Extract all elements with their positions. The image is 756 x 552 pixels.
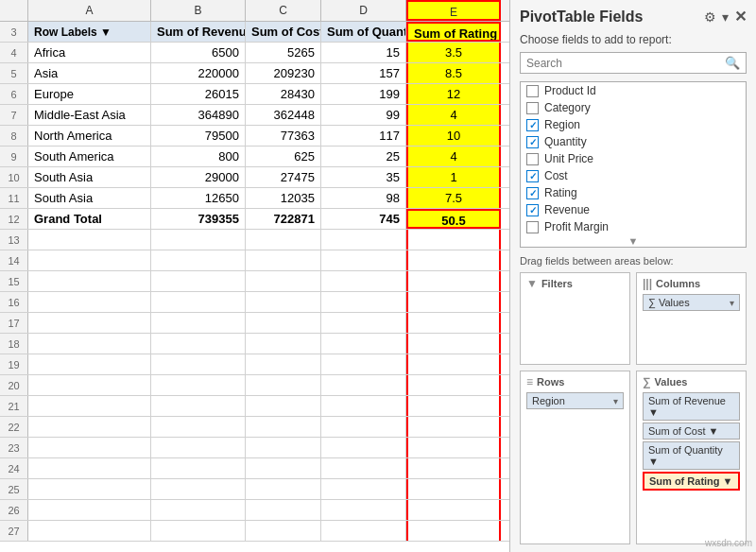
field-checkbox[interactable] xyxy=(526,136,539,148)
empty-cell[interactable] xyxy=(321,500,406,520)
empty-cell[interactable] xyxy=(321,438,406,457)
cell-c[interactable]: 77363 xyxy=(246,126,321,146)
cell-c[interactable]: 5265 xyxy=(246,43,321,62)
col-header-a[interactable]: A xyxy=(28,0,151,21)
values-item[interactable]: Sum of Cost ▼ xyxy=(643,423,740,440)
field-checkbox[interactable] xyxy=(526,204,539,216)
cell-d[interactable]: 117 xyxy=(321,126,406,146)
cell-e[interactable]: 4 xyxy=(406,147,501,166)
cell-b[interactable]: 79500 xyxy=(151,126,246,146)
empty-cell[interactable] xyxy=(321,354,406,374)
cell-b[interactable]: 12650 xyxy=(151,188,246,208)
cell-d[interactable]: 35 xyxy=(321,167,406,187)
empty-cell[interactable] xyxy=(321,250,406,270)
empty-cell[interactable] xyxy=(321,417,406,437)
field-checkbox[interactable] xyxy=(526,119,539,131)
cell-e[interactable]: 7.5 xyxy=(406,188,501,208)
empty-cell[interactable] xyxy=(406,271,501,291)
empty-cell[interactable] xyxy=(28,500,151,520)
empty-cell[interactable] xyxy=(321,230,406,250)
cell-d[interactable]: 99 xyxy=(321,105,406,125)
empty-cell[interactable] xyxy=(28,354,151,374)
empty-cell[interactable] xyxy=(28,438,151,457)
field-checkbox[interactable] xyxy=(526,187,539,199)
cell-c[interactable]: 209230 xyxy=(246,63,321,83)
empty-cell[interactable] xyxy=(28,479,151,499)
empty-cell[interactable] xyxy=(151,396,246,416)
cell-e[interactable]: 12 xyxy=(406,84,501,104)
col-header-b[interactable]: B xyxy=(151,0,246,21)
empty-cell[interactable] xyxy=(151,417,246,437)
field-item[interactable]: Category xyxy=(521,99,746,116)
empty-cell[interactable] xyxy=(246,521,321,541)
close-icon[interactable]: ✕ xyxy=(734,8,747,26)
cell-d[interactable]: 15 xyxy=(321,43,406,62)
field-item[interactable]: Revenue xyxy=(521,201,746,218)
empty-cell[interactable] xyxy=(406,396,501,416)
empty-cell[interactable] xyxy=(246,479,321,499)
search-input[interactable] xyxy=(526,57,725,70)
cell-b[interactable]: 29000 xyxy=(151,167,246,187)
columns-item[interactable]: ∑ Values ▾ xyxy=(643,294,740,311)
cell-b[interactable]: 739355 xyxy=(151,209,246,229)
cell-e[interactable]: Sum of Rating xyxy=(406,22,501,42)
empty-cell[interactable] xyxy=(28,271,151,291)
empty-cell[interactable] xyxy=(246,396,321,416)
cell-a[interactable]: Middle-East Asia xyxy=(28,105,151,125)
cell-d[interactable]: 98 xyxy=(321,188,406,208)
cell-e[interactable]: 4 xyxy=(406,105,501,125)
empty-cell[interactable] xyxy=(406,521,501,541)
field-item[interactable]: Profit Margin xyxy=(521,218,746,235)
cell-a[interactable]: Asia xyxy=(28,63,151,83)
empty-cell[interactable] xyxy=(28,375,151,395)
empty-cell[interactable] xyxy=(151,521,246,541)
cell-b[interactable]: Sum of Revenue xyxy=(151,22,246,42)
col-header-c[interactable]: C xyxy=(246,0,321,21)
cell-b[interactable]: 220000 xyxy=(151,63,246,83)
empty-cell[interactable] xyxy=(321,271,406,291)
empty-cell[interactable] xyxy=(28,292,151,312)
cell-c[interactable]: 362448 xyxy=(246,105,321,125)
cell-a[interactable]: North America xyxy=(28,126,151,146)
field-checkbox[interactable] xyxy=(526,170,539,182)
empty-cell[interactable] xyxy=(151,500,246,520)
cell-d[interactable]: 199 xyxy=(321,84,406,104)
empty-cell[interactable] xyxy=(406,458,501,478)
empty-cell[interactable] xyxy=(321,313,406,333)
empty-cell[interactable] xyxy=(151,375,246,395)
empty-cell[interactable] xyxy=(246,250,321,270)
empty-cell[interactable] xyxy=(151,334,246,354)
empty-cell[interactable] xyxy=(151,313,246,333)
scroll-down-arrow[interactable]: ▼ xyxy=(521,235,746,247)
cell-d[interactable]: 157 xyxy=(321,63,406,83)
cell-b[interactable]: 800 xyxy=(151,147,246,166)
empty-cell[interactable] xyxy=(246,334,321,354)
empty-cell[interactable] xyxy=(28,230,151,250)
empty-cell[interactable] xyxy=(321,375,406,395)
cell-c[interactable]: 27475 xyxy=(246,167,321,187)
cell-a[interactable]: South America xyxy=(28,147,151,166)
empty-cell[interactable] xyxy=(151,230,246,250)
empty-cell[interactable] xyxy=(246,375,321,395)
empty-cell[interactable] xyxy=(406,479,501,499)
empty-cell[interactable] xyxy=(321,292,406,312)
empty-cell[interactable] xyxy=(406,292,501,312)
cell-e[interactable]: 50.5 xyxy=(406,209,501,229)
rows-item-region[interactable]: Region ▾ xyxy=(526,392,624,409)
field-item[interactable]: Product Id xyxy=(521,82,746,99)
field-item[interactable]: Rating xyxy=(521,184,746,201)
field-item[interactable]: Cost xyxy=(521,167,746,184)
empty-cell[interactable] xyxy=(321,396,406,416)
empty-cell[interactable] xyxy=(406,417,501,437)
cell-a[interactable]: Grand Total xyxy=(28,209,151,229)
empty-cell[interactable] xyxy=(321,458,406,478)
cell-b[interactable]: 6500 xyxy=(151,43,246,62)
empty-cell[interactable] xyxy=(246,271,321,291)
col-header-d[interactable]: D xyxy=(321,0,406,21)
cell-a[interactable]: South Asia xyxy=(28,188,151,208)
empty-cell[interactable] xyxy=(246,230,321,250)
values-item[interactable]: Sum of Revenue ▼ xyxy=(643,392,740,421)
empty-cell[interactable] xyxy=(28,521,151,541)
values-item[interactable]: Sum of Rating ▼ xyxy=(643,472,740,491)
empty-cell[interactable] xyxy=(406,230,501,250)
